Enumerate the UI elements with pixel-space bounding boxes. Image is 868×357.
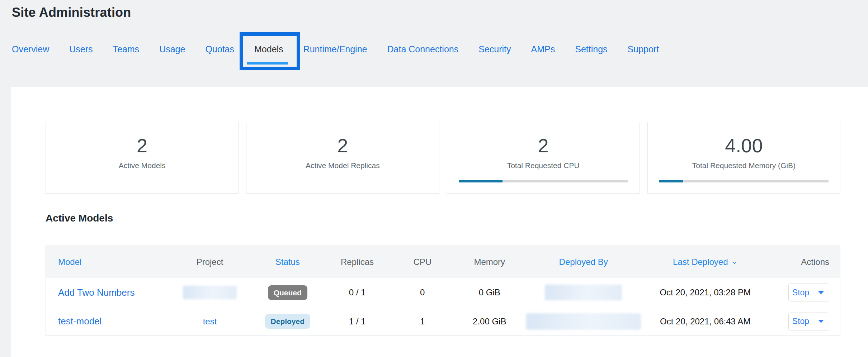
table-row-add-two-numbers: Add Two Numbers Queued 0 / 1 0 0 GiB Oct… bbox=[46, 278, 840, 307]
stat-label: Active Model Replicas bbox=[246, 161, 439, 170]
stat-value: 2 bbox=[447, 135, 640, 156]
stat-label: Active Models bbox=[46, 161, 238, 170]
col-header-model[interactable]: Model bbox=[46, 246, 167, 278]
col-header-last-deployed[interactable]: Last Deployed⌄ bbox=[641, 246, 770, 278]
stat-card-active-model-replicas: 2 Active Model Replicas bbox=[246, 122, 439, 194]
caret-down-icon bbox=[818, 291, 824, 294]
tab-runtime-engine[interactable]: Runtime/Engine bbox=[303, 44, 367, 54]
col-header-project: Project bbox=[167, 246, 253, 278]
col-header-actions: Actions bbox=[770, 246, 840, 278]
replicas-cell: 1 / 1 bbox=[322, 307, 392, 335]
redacted-deployed-by-blur bbox=[545, 285, 622, 300]
tab-teams[interactable]: Teams bbox=[113, 44, 139, 54]
cpu-usage-progressbar bbox=[459, 180, 628, 182]
tab-settings[interactable]: Settings bbox=[575, 44, 607, 54]
content-panel: 2 Active Models 2 Active Model Replicas … bbox=[11, 87, 868, 357]
tab-amps[interactable]: AMPs bbox=[531, 44, 555, 54]
stop-button[interactable]: Stop bbox=[789, 313, 813, 330]
last-deployed-cell: Oct 20, 2021, 06:43 AM bbox=[641, 307, 770, 335]
last-deployed-cell: Oct 20, 2021, 03:28 PM bbox=[641, 278, 770, 307]
tab-usage[interactable]: Usage bbox=[159, 44, 185, 54]
table-row-test-model: test-model test Deployed 1 / 1 1 2.00 Gi… bbox=[46, 307, 840, 335]
stat-card-total-requested-cpu: 2 Total Requested CPU bbox=[447, 122, 640, 194]
stop-dropdown-button[interactable] bbox=[813, 313, 829, 330]
tab-quotas[interactable]: Quotas bbox=[205, 44, 234, 54]
stats-cards: 2 Active Models 2 Active Model Replicas … bbox=[46, 122, 840, 194]
replicas-cell: 0 / 1 bbox=[322, 278, 392, 307]
stat-value: 2 bbox=[246, 135, 439, 156]
stat-label: Total Requested Memory (GiB) bbox=[648, 161, 840, 170]
model-link[interactable]: test-model bbox=[58, 316, 102, 327]
col-header-cpu: CPU bbox=[392, 246, 453, 278]
tab-users[interactable]: Users bbox=[69, 44, 93, 54]
stat-value: 4.00 bbox=[648, 135, 840, 156]
tab-security[interactable]: Security bbox=[478, 44, 511, 54]
tab-models-wrap: Models bbox=[254, 44, 283, 54]
page-title: Site Administration bbox=[12, 5, 868, 20]
stop-button-group: Stop bbox=[788, 313, 829, 330]
progressbar-fill bbox=[459, 180, 503, 182]
active-models-table: Model Project Status Replicas CPU Memory… bbox=[46, 246, 840, 336]
stop-button[interactable]: Stop bbox=[789, 284, 813, 301]
tab-data-connections[interactable]: Data Connections bbox=[387, 44, 458, 54]
section-heading: Active Models bbox=[46, 213, 851, 224]
tab-support[interactable]: Support bbox=[628, 44, 659, 54]
stat-label: Total Requested CPU bbox=[447, 161, 640, 170]
cpu-cell: 1 bbox=[392, 307, 453, 335]
progressbar-fill bbox=[659, 180, 683, 182]
col-header-status[interactable]: Status bbox=[253, 246, 322, 278]
status-badge-queued: Queued bbox=[268, 285, 307, 300]
active-tab-underline bbox=[247, 62, 288, 65]
tab-overview[interactable]: Overview bbox=[12, 44, 49, 54]
caret-down-icon bbox=[818, 320, 824, 323]
sort-caret-down-icon: ⌄ bbox=[732, 257, 738, 266]
table-header-row: Model Project Status Replicas CPU Memory… bbox=[46, 246, 840, 278]
memory-cell: 0 GiB bbox=[453, 278, 526, 307]
stat-card-total-requested-memory: 4.00 Total Requested Memory (GiB) bbox=[647, 122, 840, 194]
tab-models[interactable]: Models bbox=[254, 44, 283, 54]
memory-usage-progressbar bbox=[659, 180, 829, 182]
stat-card-active-models: 2 Active Models bbox=[46, 122, 239, 194]
model-link[interactable]: Add Two Numbers bbox=[58, 287, 135, 298]
stop-dropdown-button[interactable] bbox=[813, 284, 829, 301]
cpu-cell: 0 bbox=[392, 278, 453, 307]
col-header-deployed-by[interactable]: Deployed By bbox=[526, 246, 641, 278]
stat-value: 2 bbox=[46, 135, 238, 156]
tab-bar: Overview Users Teams Usage Quotas Models… bbox=[12, 44, 868, 54]
project-link[interactable]: test bbox=[203, 316, 217, 326]
status-badge-deployed: Deployed bbox=[265, 314, 311, 329]
header: Site Administration Overview Users Teams… bbox=[0, 0, 868, 54]
col-header-memory: Memory bbox=[453, 246, 526, 278]
stop-button-group: Stop bbox=[788, 284, 829, 301]
memory-cell: 2.00 GiB bbox=[453, 307, 526, 335]
redacted-project-blur bbox=[183, 286, 237, 299]
col-header-last-deployed-label: Last Deployed bbox=[673, 257, 728, 267]
tab-bar-divider bbox=[0, 72, 868, 72]
redacted-deployed-by-blur bbox=[526, 313, 641, 330]
col-header-replicas: Replicas bbox=[322, 246, 392, 278]
